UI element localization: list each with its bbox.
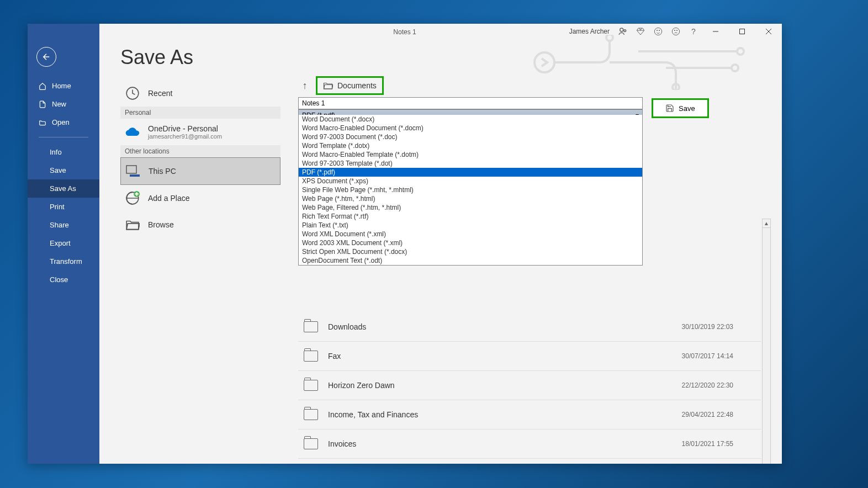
folder-row[interactable]: Horizon Zero Dawn22/12/2020 22:30 — [298, 371, 761, 400]
cloud-icon — [125, 124, 140, 140]
folder-row[interactable]: Fax30/07/2017 14:14 — [298, 342, 761, 371]
filetype-option[interactable]: Word XML Document (*.xml) — [299, 230, 642, 238]
location-this-pc[interactable]: This PC — [120, 157, 280, 185]
folder-name: Horizon Zero Dawn — [328, 381, 395, 390]
location-onedrive[interactable]: OneDrive - Personal jamesarcher91@gmail.… — [120, 119, 280, 145]
filetype-option[interactable]: PDF (*.pdf) — [299, 168, 642, 177]
folder-icon — [304, 438, 318, 449]
sad-icon[interactable] — [669, 25, 682, 38]
filename-input[interactable] — [298, 97, 643, 109]
filetype-option[interactable]: Strict Open XML Document (*.docx) — [299, 247, 642, 256]
current-folder-button[interactable]: Documents — [316, 76, 384, 95]
save-button-label: Save — [679, 104, 695, 113]
nav-open[interactable]: Open — [28, 113, 99, 131]
folder-name: Invoices — [328, 439, 356, 448]
onedrive-title: OneDrive - Personal — [148, 124, 222, 133]
main-pane: Save As Recent Personal OneDrive - Perso… — [99, 24, 782, 464]
pc-icon — [125, 163, 141, 179]
nav-transform[interactable]: Transform — [28, 252, 99, 270]
smile-icon[interactable] — [652, 25, 665, 38]
nav-share[interactable]: Share — [28, 216, 99, 234]
onedrive-email: jamesarcher91@gmail.com — [148, 133, 222, 140]
diamond-icon[interactable] — [634, 25, 647, 38]
save-button[interactable]: Save — [652, 98, 709, 118]
svg-point-4 — [659, 30, 659, 30]
folder-icon — [304, 351, 318, 362]
filetype-option[interactable]: Word Macro-Enabled Template (*.dotm) — [299, 150, 642, 159]
filetype-option[interactable]: Word 97-2003 Template (*.dot) — [299, 159, 642, 168]
nav-close[interactable]: Close — [28, 270, 99, 289]
folder-icon — [304, 380, 318, 391]
svg-point-7 — [676, 30, 677, 30]
filetype-option[interactable]: Word 97-2003 Document (*.doc) — [299, 132, 642, 141]
nav-open-label: Open — [52, 118, 70, 126]
locations-list: Recent Personal OneDrive - Personal jame… — [120, 80, 280, 238]
add-place-label: Add a Place — [148, 194, 190, 203]
filetype-option[interactable]: Plain Text (*.txt) — [299, 221, 642, 230]
nav-new-label: New — [52, 100, 66, 108]
location-browse[interactable]: Browse — [120, 211, 280, 238]
filetype-option[interactable]: Rich Text Format (*.rtf) — [299, 212, 642, 221]
folder-row[interactable]: Income, Tax and Finances29/04/2021 22:48 — [298, 400, 761, 429]
nav-home[interactable]: Home — [28, 77, 99, 95]
svg-rect-18 — [126, 166, 136, 173]
folder-name: Income, Tax and Finances — [328, 410, 418, 419]
filetype-option[interactable]: Word Document (*.docx) — [299, 115, 642, 124]
minimize-button[interactable] — [705, 24, 727, 39]
filetype-option[interactable]: Word 2003 XML Document (*.xml) — [299, 238, 642, 247]
folder-name: Fax — [328, 352, 341, 360]
nav-export[interactable]: Export — [28, 234, 99, 252]
back-button[interactable] — [36, 47, 56, 67]
filetype-option[interactable]: Word Template (*.dotx) — [299, 141, 642, 150]
folder-date: 29/04/2021 22:48 — [682, 411, 733, 418]
svg-point-5 — [672, 28, 679, 35]
user-avatar-icon[interactable] — [616, 25, 629, 38]
page-title: Save As — [120, 46, 782, 69]
scrollbar-up-icon[interactable]: ▲ — [763, 219, 770, 228]
folder-open-icon — [39, 119, 46, 126]
svg-point-6 — [674, 30, 675, 30]
nav-save[interactable]: Save — [28, 161, 99, 179]
filetype-option[interactable]: XPS Document (*.xps) — [299, 177, 642, 185]
folder-row[interactable]: Medal15/07/2021 08:45 — [298, 459, 761, 464]
filetype-option[interactable]: Word Macro-Enabled Document (*.docm) — [299, 124, 642, 132]
user-name[interactable]: James Archer — [569, 28, 610, 35]
word-backstage-window: Notes 1 James Archer ? — [28, 24, 782, 464]
folder-date: 22/12/2020 22:30 — [682, 381, 733, 389]
location-recent[interactable]: Recent — [120, 80, 280, 107]
nav-divider — [39, 137, 88, 137]
document-title: Notes 1 — [393, 28, 416, 36]
up-folder-button[interactable]: ↑ — [298, 79, 311, 92]
backstage-sidebar: Home New Open Info Save Save As Print Sh… — [28, 24, 99, 464]
folder-date: 30/10/2019 22:03 — [682, 323, 733, 331]
svg-point-0 — [620, 28, 623, 31]
clock-icon — [125, 86, 140, 101]
help-icon[interactable]: ? — [687, 25, 700, 38]
close-window-button[interactable] — [758, 24, 780, 39]
nav-save-as[interactable]: Save As — [28, 179, 99, 198]
filetype-option[interactable]: Web Page, Filtered (*.htm, *.html) — [299, 203, 642, 212]
browse-label: Browse — [148, 220, 174, 229]
folder-row[interactable]: Invoices18/01/2021 17:55 — [298, 429, 761, 459]
nav-info[interactable]: Info — [28, 143, 99, 161]
scrollbar[interactable]: ▲ — [762, 219, 771, 464]
location-recent-label: Recent — [148, 89, 172, 98]
nav-new[interactable]: New — [28, 95, 99, 113]
filetype-option[interactable]: Single File Web Page (*.mht, *.mhtml) — [299, 185, 642, 194]
folder-row[interactable]: Downloads30/10/2019 22:03 — [298, 312, 761, 342]
personal-header: Personal — [120, 107, 280, 119]
folder-list: Downloads30/10/2019 22:03Fax30/07/2017 1… — [298, 312, 761, 464]
save-as-pane: ↑ Documents PDF (*.pdf) ▾ Word Document … — [298, 76, 771, 464]
this-pc-label: This PC — [149, 167, 176, 176]
add-place-icon — [125, 190, 140, 206]
nav-print[interactable]: Print — [28, 198, 99, 216]
folder-icon — [304, 321, 318, 332]
maximize-button[interactable] — [731, 24, 753, 39]
svg-point-1 — [624, 30, 626, 32]
location-add-place[interactable]: Add a Place — [120, 185, 280, 211]
filetype-option[interactable]: OpenDocument Text (*.odt) — [299, 256, 642, 265]
filetype-option[interactable]: Web Page (*.htm, *.html) — [299, 194, 642, 203]
nav-home-label: Home — [52, 82, 71, 90]
folder-open-icon — [323, 81, 333, 90]
folder-date: 18/01/2021 17:55 — [682, 440, 733, 448]
